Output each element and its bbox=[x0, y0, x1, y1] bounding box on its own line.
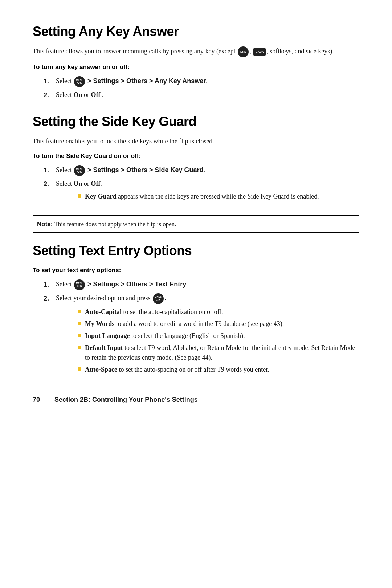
step-any-key-2: 2. Select On or Off . bbox=[44, 90, 359, 100]
note-body: This feature does not apply when the fli… bbox=[54, 221, 176, 228]
step-side-num-2: 2. bbox=[44, 179, 52, 189]
bullet-square-icon-te-1 bbox=[78, 310, 81, 313]
menu-ok-icon-3: MENUOK bbox=[74, 279, 85, 290]
section-title-side-key: Setting the Side Key Guard bbox=[33, 112, 359, 131]
subsection-label-text-entry: To set your text entry options: bbox=[33, 266, 359, 275]
bullet-square-icon-te-3 bbox=[78, 334, 81, 337]
page-footer: 70 Section 2B: Controlling Your Phone's … bbox=[33, 391, 359, 405]
bullet-square-icon-te-5 bbox=[78, 367, 81, 371]
step-side-key-1: 1. Select MENUOK > Settings > Others > S… bbox=[44, 165, 359, 176]
step-te-content-1: Select MENUOK > Settings > Others > Text… bbox=[56, 279, 359, 290]
footer-section-text: Section 2B: Controlling Your Phone's Set… bbox=[54, 395, 198, 405]
bullet-te-auto-capital: Auto-Capital to set the auto-capitalizat… bbox=[78, 307, 359, 317]
step-any-key-1: 1. Select MENUOK > Settings > Others > A… bbox=[44, 76, 359, 87]
section-side-key-guard: Setting the Side Key Guard This feature … bbox=[33, 112, 359, 204]
step-te-content-2: Select your desired option and press MEN… bbox=[56, 293, 359, 377]
menu-ok-icon-4: MENUOK bbox=[153, 293, 164, 304]
bullet-te-default-input-text: Default Input to select T9 word, Alphabe… bbox=[85, 343, 359, 363]
section-title-text-entry: Setting Text Entry Options bbox=[33, 241, 359, 261]
nav-path-te-1: > Settings > Others > Text Entry bbox=[87, 281, 186, 288]
step-content-2: Select On or Off . bbox=[56, 90, 359, 100]
section-desc-side-key: This feature enables you to lock the sid… bbox=[33, 136, 359, 147]
step-side-content-1: Select MENUOK > Settings > Others > Side… bbox=[56, 165, 359, 176]
subsection-label-any-key: To turn any key answer on or off: bbox=[33, 62, 359, 72]
bullet-side-key-1: Key Guard appears when the side keys are… bbox=[78, 192, 359, 201]
bullet-te-input-lang-text: Input Language to select the language (E… bbox=[85, 331, 359, 341]
steps-side-key: 1. Select MENUOK > Settings > Others > S… bbox=[44, 165, 359, 204]
step-te-num-1: 1. bbox=[44, 279, 52, 290]
bullet-te-my-words-text: My Words to add a word to or edit a word… bbox=[85, 319, 359, 329]
nav-path-1: > Settings > Others > Any Key Answer bbox=[87, 77, 206, 85]
section-title-any-key: Setting Any Key Answer bbox=[33, 22, 359, 41]
step-content-1: Select MENUOK > Settings > Others > Any … bbox=[56, 76, 359, 87]
bullet-te-auto-space-text: Auto-Space to set the auto-spacing on or… bbox=[85, 365, 359, 375]
step-num-2: 2. bbox=[44, 90, 52, 100]
step-side-key-2: 2. Select On or Off. Key Guard appears w… bbox=[44, 179, 359, 204]
subsection-label-side-key: To turn the Side Key Guard on or off: bbox=[33, 151, 359, 161]
menu-ok-icon-1: MENUOK bbox=[74, 76, 85, 87]
section-desc-any-key: This feature allows you to answer incomi… bbox=[33, 46, 359, 57]
nav-path-side-1: > Settings > Others > Side Key Guard bbox=[87, 166, 204, 173]
step-text-entry-1: 1. Select MENUOK > Settings > Others > T… bbox=[44, 279, 359, 290]
steps-any-key: 1. Select MENUOK > Settings > Others > A… bbox=[44, 76, 359, 100]
bullet-te-input-lang: Input Language to select the language (E… bbox=[78, 331, 359, 341]
step-te-num-2: 2. bbox=[44, 293, 52, 303]
back-icon: BACK bbox=[253, 48, 266, 56]
bullet-side-key-text: Key Guard appears when the side keys are… bbox=[85, 192, 359, 201]
bullet-te-auto-space: Auto-Space to set the auto-spacing on or… bbox=[78, 365, 359, 375]
steps-text-entry: 1. Select MENUOK > Settings > Others > T… bbox=[44, 279, 359, 377]
section-any-key-answer: Setting Any Key Answer This feature allo… bbox=[33, 22, 359, 100]
note-box: Note: This feature does not apply when t… bbox=[33, 215, 359, 233]
bullet-square-icon-te-4 bbox=[78, 346, 81, 349]
bullet-te-default-input: Default Input to select T9 word, Alphabe… bbox=[78, 343, 359, 363]
step-text-entry-2: 2. Select your desired option and press … bbox=[44, 293, 359, 377]
end-icon: END bbox=[238, 46, 249, 57]
bullet-square-icon bbox=[78, 194, 81, 198]
step-side-num-1: 1. bbox=[44, 165, 52, 175]
bullet-te-my-words: My Words to add a word to or edit a word… bbox=[78, 319, 359, 329]
bullet-te-auto-capital-text: Auto-Capital to set the auto-capitalizat… bbox=[85, 307, 359, 317]
bullet-list-text-entry: Auto-Capital to set the auto-capitalizat… bbox=[78, 307, 359, 375]
note-label: Note: bbox=[37, 221, 53, 228]
bullet-square-icon-te-2 bbox=[78, 322, 81, 325]
page-number: 70 bbox=[33, 395, 40, 405]
section-text-entry: Setting Text Entry Options To set your t… bbox=[33, 241, 359, 377]
bullet-list-side-key: Key Guard appears when the side keys are… bbox=[78, 192, 359, 201]
step-side-content-2: Select On or Off. Key Guard appears when… bbox=[56, 179, 359, 204]
menu-ok-icon-2: MENUOK bbox=[74, 165, 85, 176]
step-num-1: 1. bbox=[44, 76, 52, 86]
